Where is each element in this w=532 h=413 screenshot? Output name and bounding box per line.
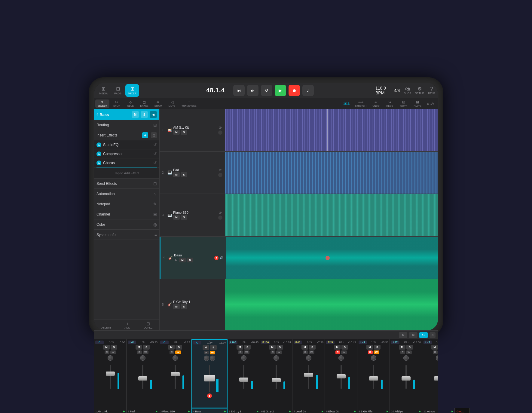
ch3-fader-wrap[interactable]: [169, 362, 181, 389]
select-tool[interactable]: ↖ SELECT: [95, 99, 109, 108]
track-2-input-icon[interactable]: ⟳: [219, 168, 222, 172]
ch9-r-btn[interactable]: R: [368, 350, 373, 354]
setup-button[interactable]: ⚙ SETUP: [415, 85, 424, 96]
mixer-close-btn[interactable]: ✕: [430, 332, 436, 338]
ch1-knob1[interactable]: [108, 355, 113, 361]
strip-1[interactable]: 1 AM ...Kit ▶: [94, 408, 127, 413]
ch5-knob1[interactable]: [241, 355, 246, 361]
strip-11[interactable]: 11 Atmos ▶: [422, 408, 455, 413]
mixer-small-view-btn[interactable]: S: [399, 332, 407, 338]
ch11-knob1[interactable]: [436, 355, 438, 361]
ch10-solo-btn[interactable]: S: [406, 345, 413, 350]
media-button[interactable]: ⊞ MEDIA: [96, 84, 110, 97]
studio-eq-menu-btn[interactable]: ↺: [153, 142, 157, 147]
erase-tool[interactable]: ◻ ERASE: [138, 99, 151, 108]
color-row[interactable]: Color ◎: [94, 219, 159, 230]
compressor-power-btn[interactable]: ⏻: [96, 151, 101, 156]
ch6-fader-wrap[interactable]: [270, 362, 282, 389]
duplicate-button[interactable]: ⊡ DUPLC: [143, 321, 153, 329]
ch5-solo-btn[interactable]: S: [244, 345, 251, 350]
forward-button[interactable]: ⏭: [247, 85, 258, 96]
strip-5[interactable]: 5 E G...y 1 ▶: [228, 408, 260, 413]
ch8-fader-handle[interactable]: [337, 374, 346, 378]
ch9-fader-handle[interactable]: [369, 376, 378, 381]
track-4-content[interactable]: [226, 237, 438, 279]
ch2-w-btn[interactable]: W: [143, 350, 148, 354]
track-s-btn[interactable]: S: [141, 111, 148, 118]
ch4-w-btn[interactable]: W: [210, 351, 216, 354]
studio-eq-power-btn[interactable]: ⏻: [96, 142, 101, 147]
track-2-content[interactable]: [225, 152, 438, 194]
ch6-fader-handle[interactable]: [272, 378, 281, 382]
record-button[interactable]: ⏺: [289, 85, 300, 96]
ch6-w-btn[interactable]: W: [276, 350, 282, 354]
split-tool[interactable]: ✂ SPLIT: [110, 99, 123, 108]
strip-8[interactable]: 8 Ebow Gtr ▶: [325, 408, 357, 413]
track-1-solo-btn[interactable]: S: [181, 130, 187, 135]
redo-tool[interactable]: ↪ REDO: [383, 99, 396, 108]
strip-global[interactable]: Glob...: [455, 408, 470, 413]
ch8-r-btn[interactable]: R: [335, 350, 341, 354]
stretch-tool[interactable]: ⟺ STRETCH: [353, 99, 369, 108]
channel-row[interactable]: Channel ⊟: [94, 209, 159, 219]
mixer-button[interactable]: ⊞ MIXER: [125, 84, 139, 97]
ch7-fader-handle[interactable]: [304, 373, 313, 377]
track-5-mute-btn[interactable]: M: [173, 304, 180, 309]
ch11-mute-btn[interactable]: M: [431, 345, 438, 350]
track-3-content[interactable]: [225, 194, 438, 237]
ch3-r-btn[interactable]: R: [170, 350, 175, 354]
ch4-fader-wrap[interactable]: [203, 362, 216, 392]
notepad-row[interactable]: Notepad ✎: [94, 199, 159, 209]
strip-4[interactable]: 4 Bass ▶: [191, 408, 228, 413]
ch10-mute-btn[interactable]: M: [399, 345, 405, 350]
ch3-w-btn[interactable]: W: [175, 350, 181, 354]
ch8-solo-btn[interactable]: S: [341, 345, 348, 350]
mixer-medium-view-btn[interactable]: M: [409, 332, 417, 338]
ch8-mute-btn[interactable]: M: [334, 345, 341, 350]
ch6-solo-btn[interactable]: S: [277, 345, 283, 350]
strip-3[interactable]: 3 Piano S90 ▶: [159, 408, 191, 413]
ch3-mute-btn[interactable]: M: [168, 345, 175, 350]
track-1-input-icon[interactable]: ⟳: [219, 126, 222, 130]
ch1-r-btn[interactable]: R: [105, 350, 110, 354]
ch3-solo-btn[interactable]: S: [176, 345, 182, 350]
ch10-fader-wrap[interactable]: [400, 362, 412, 389]
ch7-r-btn[interactable]: R: [303, 350, 308, 354]
mixer-xl-view-btn[interactable]: XL: [419, 332, 428, 338]
ch9-fader-wrap[interactable]: [368, 362, 380, 389]
ch11-fader-wrap[interactable]: [433, 362, 438, 389]
track-3-solo-btn[interactable]: S: [181, 215, 187, 220]
track-3-input-icon[interactable]: ⟳: [219, 211, 222, 215]
ch5-mute-btn[interactable]: M: [237, 345, 243, 350]
ch9-solo-btn[interactable]: S: [374, 345, 381, 350]
ch10-w-btn[interactable]: W: [406, 350, 412, 354]
ch7-solo-btn[interactable]: S: [309, 345, 316, 350]
ch2-fader-handle[interactable]: [138, 376, 147, 381]
copy-tool[interactable]: ⊡ COPY: [397, 99, 410, 108]
track-4-record-btn[interactable]: ⏺: [214, 256, 219, 260]
ch4-r-btn[interactable]: R: [204, 351, 209, 354]
ch7-mute-btn[interactable]: M: [301, 345, 308, 350]
strip-6[interactable]: 6 E G...y 2 ▶: [260, 408, 292, 413]
insert-add-button[interactable]: +: [142, 132, 148, 138]
track-4-speaker-btn[interactable]: 🔊: [219, 256, 223, 260]
ch8-w-btn[interactable]: W: [341, 350, 347, 354]
draw-tool[interactable]: ✏ DRAW: [151, 99, 165, 108]
automation-row[interactable]: Automation ∿: [94, 189, 159, 199]
ch5-fader-wrap[interactable]: [238, 362, 250, 389]
track-arrow-btn[interactable]: ◀: [150, 111, 157, 118]
track-2-mute-btn[interactable]: M: [173, 172, 180, 177]
rewind-button[interactable]: ⏮: [233, 85, 245, 96]
ch4-knob2[interactable]: [210, 356, 215, 361]
track-4-mute-btn[interactable]: M: [179, 258, 186, 262]
ch5-fader-handle[interactable]: [239, 378, 248, 382]
chorus-power-btn[interactable]: ⏻: [96, 161, 101, 165]
ch3-fader-handle[interactable]: [171, 372, 180, 376]
ch4-knob1[interactable]: [204, 356, 209, 361]
strip-7[interactable]: 7 Lead Gtr ▶: [292, 408, 325, 413]
ch6-knob1[interactable]: [274, 355, 279, 361]
strip-2[interactable]: 2 Pad ▶: [127, 408, 159, 413]
ch6-mute-btn[interactable]: M: [269, 345, 276, 350]
ch5-w-btn[interactable]: W: [244, 350, 249, 354]
metronome-button[interactable]: ♩: [302, 85, 314, 96]
